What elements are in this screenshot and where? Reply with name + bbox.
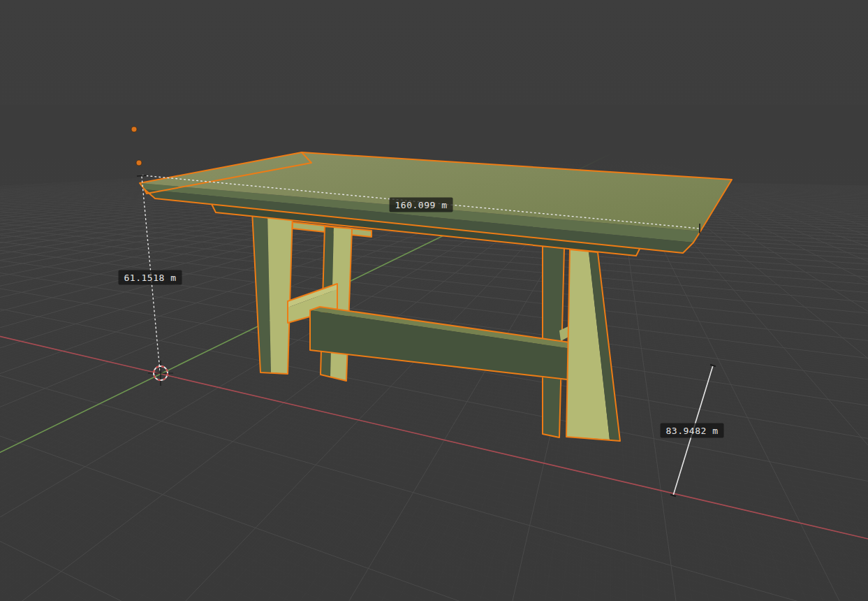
viewport-scene: [0, 0, 868, 601]
annotation-dot-1: [131, 126, 137, 132]
measurement-label-depth[interactable]: 83.9482 m: [661, 423, 724, 438]
annotation-dot-2: [136, 160, 142, 166]
blender-3d-viewport[interactable]: 160.099 m 61.1518 m 83.9482 m: [0, 0, 868, 601]
measurement-label-height[interactable]: 61.1518 m: [119, 270, 182, 285]
measurement-label-length[interactable]: 160.099 m: [390, 198, 453, 212]
